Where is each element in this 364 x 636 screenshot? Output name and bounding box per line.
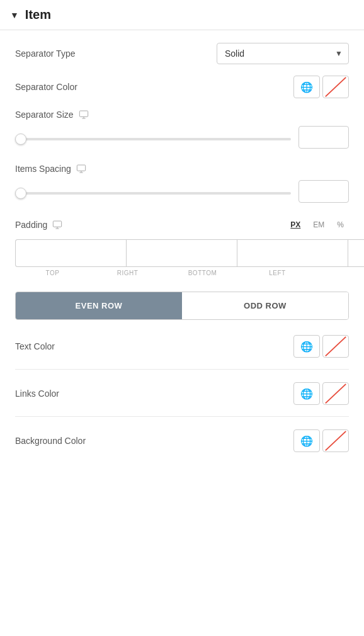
- links-color-picker: 🌐: [293, 382, 349, 405]
- links-color-swatch-btn[interactable]: [322, 382, 349, 405]
- background-color-picker: 🌐: [293, 429, 349, 452]
- monitor-icon-3: [52, 220, 62, 230]
- svg-rect-1: [79, 111, 88, 116]
- unit-px-btn[interactable]: PX: [285, 218, 305, 232]
- globe-icon-3: 🌐: [300, 388, 313, 400]
- separator-color-label: Separator Color: [15, 82, 77, 92]
- text-color-label: Text Color: [15, 341, 55, 351]
- padding-right-input[interactable]: [126, 239, 237, 267]
- section-title: Item: [25, 8, 51, 22]
- padding-labels-row: TOP RIGHT BOTTOM LEFT: [15, 270, 349, 276]
- padding-section: Padding PX EM %: [15, 218, 349, 276]
- items-spacing-section: Items Spacing: [15, 164, 349, 203]
- padding-right-label: RIGHT: [90, 270, 165, 276]
- padding-label-spacer: [315, 270, 349, 276]
- padding-header: Padding PX EM %: [15, 218, 349, 232]
- padding-inputs-row: [15, 239, 349, 267]
- unit-percent-btn[interactable]: %: [332, 218, 349, 232]
- divider-1: [15, 369, 349, 370]
- slash-icon: [323, 76, 348, 98]
- padding-inputs: [15, 239, 364, 267]
- padding-left-label: LEFT: [240, 270, 315, 276]
- text-color-global-btn[interactable]: 🌐: [293, 335, 320, 358]
- text-color-picker: 🌐: [293, 335, 349, 358]
- separator-size-slider-row: [15, 126, 349, 149]
- svg-line-4: [326, 337, 346, 356]
- slash-icon-2: [323, 336, 348, 357]
- padding-top-label: TOP: [15, 270, 90, 276]
- links-color-global-btn[interactable]: 🌐: [293, 382, 320, 405]
- text-color-row: Text Color 🌐: [15, 335, 349, 358]
- separator-size-input[interactable]: [299, 126, 349, 149]
- even-row-btn[interactable]: EVEN ROW: [16, 292, 182, 319]
- separator-color-global-btn[interactable]: 🌐: [293, 76, 320, 98]
- separator-type-label: Separator Type: [15, 48, 75, 59]
- background-color-global-btn[interactable]: 🌐: [293, 429, 320, 452]
- separator-type-select-wrapper: Solid None Dashed Dotted Double ▼: [217, 43, 349, 64]
- globe-icon-4: 🌐: [300, 435, 313, 447]
- separator-type-select[interactable]: Solid None Dashed Dotted Double: [217, 43, 349, 64]
- items-spacing-slider-row: [15, 180, 349, 203]
- separator-color-picker: 🌐: [293, 76, 349, 98]
- links-color-row: Links Color 🌐: [15, 382, 349, 405]
- unit-selector: PX EM %: [285, 218, 349, 232]
- items-spacing-slider-wrapper: [15, 186, 291, 197]
- padding-bottom-input[interactable]: [237, 239, 348, 267]
- background-color-label: Background Color: [15, 436, 86, 446]
- monitor-icon-2: [76, 164, 86, 174]
- separator-color-row: Separator Color 🌐: [15, 76, 349, 98]
- odd-row-btn[interactable]: ODD ROW: [182, 292, 348, 319]
- links-color-label: Links Color: [15, 389, 59, 399]
- globe-icon-2: 🌐: [300, 341, 313, 353]
- svg-rect-3: [54, 221, 62, 227]
- chevron-icon[interactable]: ▼: [10, 10, 19, 20]
- padding-left-input[interactable]: [348, 239, 364, 267]
- section-header[interactable]: ▼ Item: [0, 0, 364, 30]
- separator-size-slider[interactable]: [15, 138, 291, 140]
- unit-em-btn[interactable]: EM: [308, 218, 329, 232]
- divider-2: [15, 416, 349, 417]
- slash-icon-3: [323, 383, 348, 404]
- padding-label: Padding: [15, 220, 62, 230]
- svg-line-0: [326, 77, 346, 96]
- separator-size-label: Separator Size: [15, 110, 349, 120]
- padding-bottom-label: BOTTOM: [165, 270, 240, 276]
- svg-line-5: [326, 384, 346, 403]
- items-spacing-input[interactable]: [299, 180, 349, 203]
- separator-type-row: Separator Type Solid None Dashed Dotted …: [15, 43, 349, 64]
- text-color-swatch-btn[interactable]: [322, 335, 349, 358]
- globe-icon: 🌐: [300, 81, 313, 93]
- separator-color-swatch-btn[interactable]: [322, 76, 349, 98]
- items-spacing-label: Items Spacing: [15, 164, 349, 174]
- separator-size-section: Separator Size: [15, 110, 349, 149]
- separator-size-slider-wrapper: [15, 132, 291, 143]
- background-color-swatch-btn[interactable]: [322, 429, 349, 452]
- items-spacing-slider[interactable]: [15, 192, 291, 195]
- slash-icon-4: [323, 430, 348, 451]
- svg-rect-2: [77, 165, 85, 171]
- row-toggle: EVEN ROW ODD ROW: [15, 292, 349, 320]
- svg-line-6: [326, 431, 346, 450]
- padding-top-input[interactable]: [15, 239, 126, 267]
- background-color-row: Background Color 🌐: [15, 429, 349, 452]
- monitor-icon: [79, 110, 89, 120]
